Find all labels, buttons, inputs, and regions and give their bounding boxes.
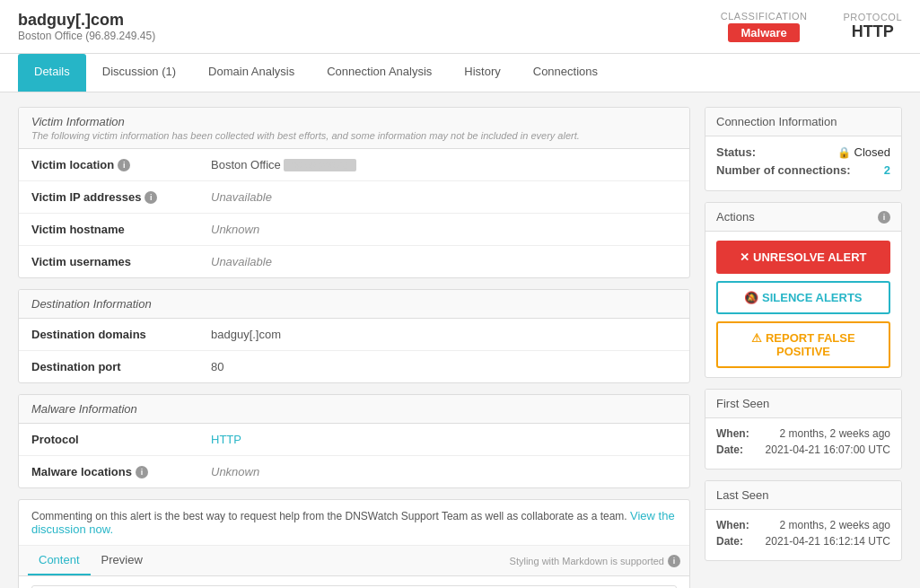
- last-seen-body: When: 2 months, 2 weeks ago Date: 2021-0…: [705, 510, 901, 560]
- markdown-info-icon[interactable]: i: [668, 555, 680, 567]
- actions-body: ✕ UNRESOLVE ALERT 🔕 SILENCE ALERTS ⚠ REP…: [705, 232, 901, 377]
- destination-port-label: Destination port: [31, 360, 211, 373]
- protocol-value: HTTP: [843, 22, 902, 41]
- last-seen-when-row: When: 2 months, 2 weeks ago: [716, 519, 890, 531]
- victim-hostname-value: Unknown: [211, 223, 259, 236]
- malware-locations-row: Malware locations i Unknown: [19, 456, 689, 487]
- protocol-meta: PROTOCOL HTTP: [843, 12, 902, 41]
- victim-ip-value: Unavailable: [211, 190, 272, 204]
- last-seen-date-row: Date: 2021-04-21 16:12:14 UTC: [716, 535, 890, 548]
- malware-section: Malware Information Protocol HTTP Malwar…: [18, 394, 690, 488]
- malware-locations-label: Malware locations i: [31, 465, 211, 478]
- markdown-note: Styling with Markdown is supported i: [510, 555, 680, 567]
- actions-section: Actions i ✕ UNRESOLVE ALERT 🔕 SILENCE AL…: [705, 202, 902, 378]
- destination-domains-label: Destination domains: [31, 328, 211, 341]
- victim-ip-row: Victim IP addresses i Unavailable: [19, 181, 689, 214]
- victim-location-row: Victim location i Boston Office 96.89.24…: [19, 149, 689, 181]
- first-seen-header: First Seen: [705, 390, 901, 418]
- top-header: badguy[.]com Boston Office (96.89.249.45…: [0, 0, 920, 54]
- victim-hostname-row: Victim hostname Unknown: [19, 214, 689, 246]
- status-pill: 🔒 Closed: [837, 145, 890, 159]
- protocol-label-row: Protocol: [31, 433, 211, 446]
- victim-hostname-label: Victim hostname: [31, 223, 211, 236]
- tab-bar: Details Discussion (1) Domain Analysis C…: [0, 54, 920, 92]
- redacted-ip: 96.89.249.45: [284, 159, 355, 171]
- destination-port-value: 80: [211, 360, 223, 373]
- tab-discussion[interactable]: Discussion (1): [86, 54, 192, 92]
- comment-section: Commenting on this alert is the best way…: [18, 499, 690, 588]
- tab-domain-analysis[interactable]: Domain Analysis: [192, 54, 311, 92]
- victim-usernames-row: Victim usernames Unavailable: [19, 246, 689, 277]
- report-false-positive-button[interactable]: ⚠ REPORT FALSE POSITIVE: [716, 321, 890, 368]
- comment-input-area: [19, 576, 689, 588]
- status-row: Status: 🔒 Closed: [716, 145, 890, 159]
- connections-row: Number of connections: 2: [716, 163, 890, 177]
- first-seen-body: When: 2 months, 2 weeks ago Date: 2021-0…: [705, 418, 901, 469]
- destination-port-row: Destination port 80: [19, 351, 689, 382]
- victim-section: Victim Information The following victim …: [18, 107, 690, 278]
- comment-note: Commenting on this alert is the best way…: [19, 500, 689, 546]
- connection-info-header: Connection Information: [705, 108, 901, 136]
- classification-meta: CLASSIFICATION Malware: [721, 11, 808, 42]
- victim-ip-info-icon[interactable]: i: [145, 191, 157, 204]
- tab-connections[interactable]: Connections: [517, 54, 614, 92]
- destination-section: Destination Information Destination doma…: [18, 289, 690, 383]
- comment-tabs: Content Preview Styling with Markdown is…: [19, 546, 689, 576]
- first-seen-when-row: When: 2 months, 2 weeks ago: [716, 427, 890, 440]
- comment-tab-content[interactable]: Content: [28, 546, 91, 575]
- victim-section-header: Victim Information The following victim …: [19, 108, 689, 149]
- tab-connection-analysis[interactable]: Connection Analysis: [311, 54, 448, 92]
- victim-usernames-label: Victim usernames: [31, 255, 211, 268]
- malware-locations-info-icon[interactable]: i: [136, 466, 148, 478]
- protocol-row: Protocol HTTP: [19, 424, 689, 456]
- connection-info-body: Status: 🔒 Closed Number of connections: …: [705, 136, 901, 190]
- lock-icon: 🔒: [837, 146, 851, 159]
- actions-info-icon[interactable]: i: [878, 211, 890, 224]
- last-seen-section: Last Seen When: 2 months, 2 weeks ago Da…: [705, 480, 902, 561]
- comment-tab-preview[interactable]: Preview: [91, 546, 153, 575]
- victim-location-value: Boston Office 96.89.249.45: [211, 158, 356, 171]
- tab-history[interactable]: History: [448, 54, 516, 92]
- tab-details[interactable]: Details: [18, 54, 86, 92]
- protocol-row-value[interactable]: HTTP: [211, 433, 241, 446]
- classification-badge: Malware: [728, 23, 799, 42]
- page-subtitle: Boston Office (96.89.249.45): [18, 30, 155, 42]
- first-seen-section: First Seen When: 2 months, 2 weeks ago D…: [705, 389, 902, 470]
- first-seen-date-row: Date: 2021-04-21 16:07:00 UTC: [716, 443, 890, 456]
- victim-ip-label: Victim IP addresses i: [31, 190, 211, 204]
- connection-info-section: Connection Information Status: 🔒 Closed …: [705, 107, 902, 191]
- page-title: badguy[.]com: [18, 11, 155, 30]
- destination-domains-value: badguy[.]com: [211, 328, 281, 341]
- main-content: Victim Information The following victim …: [0, 92, 920, 588]
- destination-section-header: Destination Information: [19, 290, 689, 319]
- destination-domains-row: Destination domains badguy[.]com: [19, 319, 689, 351]
- classification-label: CLASSIFICATION: [721, 11, 808, 22]
- victim-usernames-value: Unavailable: [211, 255, 272, 268]
- malware-section-header: Malware Information: [19, 395, 689, 424]
- protocol-label: PROTOCOL: [843, 12, 902, 22]
- unresolve-alert-button[interactable]: ✕ UNRESOLVE ALERT: [716, 241, 890, 274]
- last-seen-header: Last Seen: [705, 481, 901, 510]
- right-panel: Connection Information Status: 🔒 Closed …: [705, 107, 902, 588]
- malware-locations-value: Unknown: [211, 465, 259, 478]
- left-panel: Victim Information The following victim …: [18, 107, 690, 588]
- victim-location-label: Victim location i: [31, 158, 211, 171]
- header-left: badguy[.]com Boston Office (96.89.249.45…: [18, 11, 155, 42]
- header-right: CLASSIFICATION Malware PROTOCOL HTTP: [721, 11, 902, 42]
- silence-alerts-button[interactable]: 🔕 SILENCE ALERTS: [716, 281, 890, 314]
- victim-location-info-icon[interactable]: i: [118, 159, 130, 171]
- actions-header: Actions i: [705, 203, 901, 232]
